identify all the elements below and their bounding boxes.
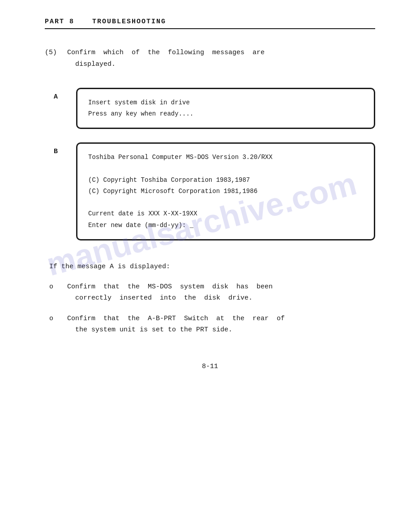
bullet-text-2: Confirm that the A-B-PRT Switch at the r… [67,313,285,336]
message-a-line1: Insert system disk in drive [88,99,190,106]
message-b-line1: Toshiba Personal Computer MS-DOS Version… [88,154,273,161]
message-b-line2: (C) Copyright Toshiba Corporation 1983,1… [88,176,250,184]
message-b-box: Toshiba Personal Computer MS-DOS Version… [76,142,375,240]
if-message: If the message A is displayed: [49,263,375,270]
if-message-text: If the message A is displayed: [49,263,170,270]
bullet-text-1: Confirm that the MS-DOS system disk has … [67,281,273,304]
message-a-label: A [54,88,76,101]
bullet-item-2: o Confirm that the A-B-PRT Switch at the… [49,313,375,336]
page-number-text: 8-11 [202,363,218,370]
page-header: PART 8 TROUBLESHOOTING [45,18,375,29]
message-a-line2: Press any key when ready.... [88,110,193,117]
message-b-line3: (C) Copyright Microsoft Corporation 1981… [88,188,257,195]
page-number: 8-11 [45,363,375,370]
message-b-line4: Current date is XXX X-XX-19XX [88,210,197,217]
bullet-item-1: o Confirm that the MS-DOS system disk ha… [49,281,375,304]
message-a-block: A Insert system disk in drive Press any … [54,88,375,129]
step-intro: (5) Confirm which of the following messa… [45,47,375,70]
bullet-marker-1: o [49,281,67,304]
message-b-label: B [54,142,76,155]
message-b-line5: Enter new date (mm-dd-yy): _ [88,222,193,229]
message-b-block: B Toshiba Personal Computer MS-DOS Versi… [54,142,375,240]
header-title: TROUBLESHOOTING [92,18,166,26]
header-part: PART 8 [45,18,74,26]
step-number: (5) [45,47,67,70]
bullet-marker-2: o [49,313,67,336]
message-a-box: Insert system disk in drive Press any ke… [76,88,375,129]
step-text: Confirm which of the following messages … [67,47,265,70]
